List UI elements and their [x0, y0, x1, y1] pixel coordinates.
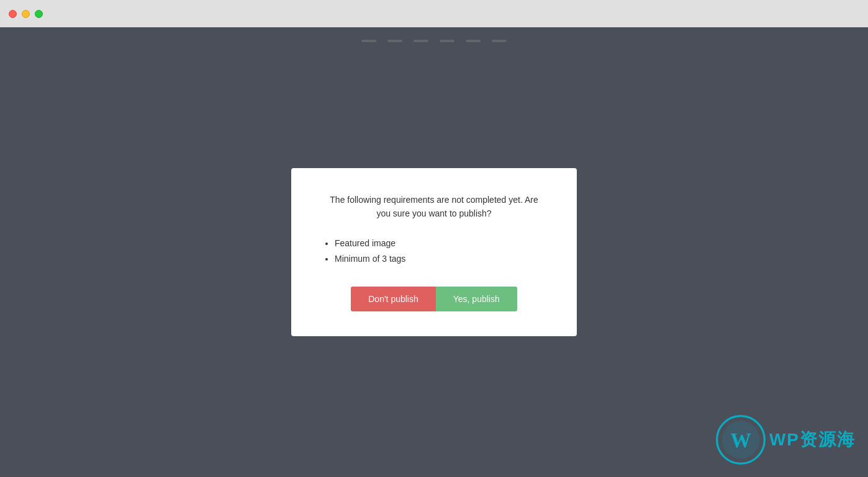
close-button[interactable]	[9, 10, 17, 18]
requirement-featured-image: Featured image	[335, 236, 546, 251]
svg-text:W: W	[730, 429, 751, 452]
publish-dialog: The following requirements are not compl…	[291, 168, 577, 336]
wp-text: WP资源海	[769, 428, 856, 452]
toolbar-hint	[361, 40, 507, 42]
minimize-button[interactable]	[22, 10, 30, 18]
title-bar	[0, 0, 868, 27]
dialog-buttons: Don't publish Yes, publish	[351, 287, 517, 311]
requirements-list: Featured image Minimum of 3 tags	[322, 236, 546, 267]
main-area: The following requirements are not compl…	[0, 27, 868, 477]
maximize-button[interactable]	[35, 10, 43, 18]
wp-watermark: W WP资源海	[716, 415, 856, 465]
dialog-message: The following requirements are not compl…	[322, 193, 546, 221]
wp-logo-icon: W	[716, 415, 766, 465]
dont-publish-button[interactable]: Don't publish	[351, 287, 436, 311]
yes-publish-button[interactable]: Yes, publish	[436, 287, 517, 311]
requirement-minimum-tags: Minimum of 3 tags	[335, 251, 546, 267]
